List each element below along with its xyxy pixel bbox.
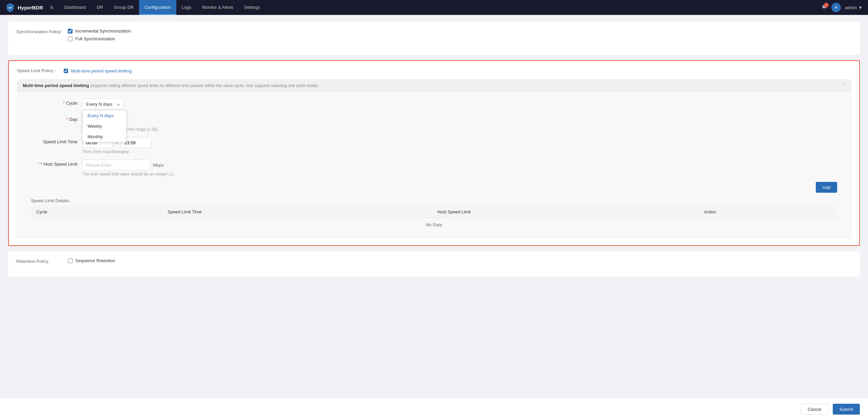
sequence-retention-label: Sequence Retention <box>75 258 115 263</box>
no-data-row: No Data <box>31 218 837 232</box>
host-speed-row: * Host Speed Limit: Mbps The host speed … <box>31 160 837 176</box>
policy-row: Synchronization Policy: Incremental Sync… <box>16 28 852 44</box>
mbps-unit: Mbps <box>153 163 164 168</box>
shield-icon <box>5 3 15 12</box>
day-label: Day: <box>31 115 78 122</box>
host-speed-input-wrapper: Mbps The host speed limit value should b… <box>82 160 174 176</box>
notification-badge: 7 <box>824 3 829 7</box>
main-content: Synchronization Policy: Incremental Sync… <box>0 15 868 420</box>
cycle-select[interactable]: Every N days Weekly Monthly <box>82 99 124 109</box>
nav-group-dr[interactable]: Group DR <box>108 0 139 15</box>
dropdown-item-weekly[interactable]: Weekly <box>83 121 126 131</box>
speed-limit-section: Speed Limit Policy： Multi-time period sp… <box>8 60 860 246</box>
cycle-select-wrapper: Every N days Weekly Monthly ▲ Every N da… <box>82 99 124 109</box>
cycle-row: Cycle: Every N days Weekly Monthly ▲ <box>31 99 837 109</box>
incremental-row: Incremental Synchronization <box>68 28 131 34</box>
details-label: Speed Limit Details: <box>31 198 70 203</box>
sequence-retention-checkbox[interactable] <box>68 258 73 263</box>
cycle-dropdown-wrapper: Every N days Weekly Monthly ▲ <box>82 99 124 109</box>
brand-name: HyperBDR <box>18 5 43 10</box>
table-body: No Data <box>31 218 837 232</box>
no-data-cell: No Data <box>31 218 837 232</box>
speed-limit-time-label: Speed Limit Time: <box>31 137 78 144</box>
details-label-row: Speed Limit Details: <box>31 198 837 203</box>
nav-dashboard[interactable]: Dashboard <box>59 0 92 15</box>
sync-policy-label: Synchronization Policy: <box>16 28 64 34</box>
full-sync-row: Full Synchronization <box>68 36 131 41</box>
cycle-label: Cycle: <box>31 99 78 106</box>
cycle-dropdown-menu: Every N days Weekly Monthly <box>82 110 126 142</box>
sync-policy-section: Synchronization Policy: Incremental Sync… <box>8 22 860 55</box>
host-speed-input[interactable] <box>82 160 150 170</box>
speed-limit-inner-header: Multi-time period speed limiting (suppor… <box>17 80 851 92</box>
navbar: HyperBDR ≡ Dashboard DR Group DR Configu… <box>0 0 868 15</box>
speed-limit-time-row: Speed Limit Time: – Time Zone Asia/Shang… <box>31 137 837 154</box>
incremental-label: Incremental Synchronization <box>75 28 131 34</box>
retention-label: Retention Policy: <box>16 258 64 264</box>
brand-logo[interactable]: HyperBDR <box>5 3 43 12</box>
notification-bell[interactable]: 7 <box>821 4 827 11</box>
admin-menu[interactable]: admin ▼ <box>845 5 863 10</box>
nav-monitor-alerts[interactable]: Monitor & Alerts <box>197 0 239 15</box>
avatar: A <box>831 3 841 12</box>
host-speed-input-row: Mbps <box>82 160 174 170</box>
footer: Cancel Submit <box>0 398 868 420</box>
speed-limit-policy-label: Speed Limit Policy： <box>17 68 61 74</box>
day-row: Day: , where N is an integer in the rang… <box>31 115 837 132</box>
speed-limit-header: Speed Limit Policy： Multi-time period sp… <box>17 68 851 74</box>
collapse-icon[interactable]: ⌃ <box>842 83 845 88</box>
table-head: Cycle Speed Limit Time Host Speed Limit … <box>31 206 837 218</box>
dropdown-item-monthly[interactable]: Monthly <box>83 131 126 142</box>
host-speed-hint: The host speed limit value should be an … <box>82 172 174 176</box>
chevron-down-icon: ▼ <box>858 5 863 10</box>
cancel-button[interactable]: Cancel <box>801 404 828 415</box>
dropdown-item-every-n-days[interactable]: Every N days <box>83 110 126 121</box>
retention-section: Retention Policy: Sequence Retention <box>8 251 860 277</box>
menu-icon[interactable]: ≡ <box>50 4 54 11</box>
speed-limit-table: Cycle Speed Limit Time Host Speed Limit … <box>31 206 837 231</box>
speed-limit-details: Speed Limit Details: Cycle Speed Limit T… <box>31 198 837 231</box>
timezone-note: Time Zone Asia/Shanghai <box>82 149 151 154</box>
incremental-checkbox[interactable] <box>68 29 73 34</box>
inner-title-text: Multi-time period speed limiting (suppor… <box>23 83 318 88</box>
multi-time-checkbox[interactable] <box>64 69 68 73</box>
sync-options: Incremental Synchronization Full Synchro… <box>68 28 131 44</box>
col-cycle: Cycle <box>31 206 162 218</box>
speed-limit-inner-body: Cycle: Every N days Weekly Monthly ▲ <box>17 92 851 238</box>
add-btn-row: Add <box>31 182 837 198</box>
speed-limit-inner: Multi-time period speed limiting (suppor… <box>17 79 851 238</box>
col-action: Action <box>698 206 837 218</box>
nav-menu: Dashboard DR Group DR Configuration Logs… <box>59 0 821 15</box>
retention-row: Retention Policy: Sequence Retention <box>16 258 852 266</box>
nav-dr[interactable]: DR <box>91 0 108 15</box>
full-sync-checkbox[interactable] <box>68 37 73 41</box>
add-button[interactable]: Add <box>816 182 837 193</box>
host-speed-label: * Host Speed Limit: <box>31 160 78 167</box>
col-host-speed: Host Speed Limit <box>432 206 698 218</box>
nav-logs[interactable]: Logs <box>176 0 197 15</box>
nav-right: 7 A admin ▼ <box>821 3 863 12</box>
col-speed-time: Speed Limit Time <box>162 206 432 218</box>
retention-checkbox-row: Sequence Retention <box>68 258 115 263</box>
nav-configuration[interactable]: Configuration <box>139 0 176 15</box>
multi-time-label: Multi-time period speed limiting <box>71 68 132 74</box>
submit-button[interactable]: Submit <box>833 404 860 415</box>
nav-settings[interactable]: Settings <box>239 0 265 15</box>
full-sync-label: Full Synchronization <box>75 36 115 41</box>
